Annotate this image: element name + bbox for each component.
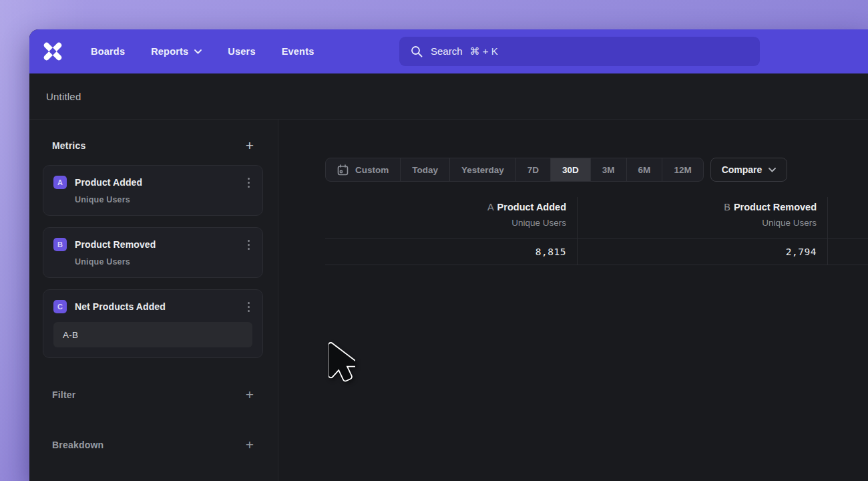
formula-input[interactable]: A-B	[53, 322, 252, 347]
report-header: Untitled	[29, 73, 868, 120]
chevron-down-icon	[769, 168, 776, 172]
range-6m[interactable]: 6M	[626, 158, 662, 181]
metric-name: Product Removed	[75, 239, 156, 250]
sidebar: Metrics + A Product Added Unique Users B…	[29, 120, 278, 481]
metric-card-head: B Product Removed	[53, 238, 252, 251]
metric-name: Net Products Added	[75, 301, 166, 312]
date-toolbar: Custom Today Yesterday 7D 30D 3M 6M 12M …	[325, 158, 787, 182]
table-header-row: AProduct Added Unique Users BProduct Rem…	[325, 197, 868, 238]
table-header-col-b: BProduct Removed Unique Users	[578, 197, 828, 238]
metric-badge-b: B	[53, 238, 67, 251]
search-placeholder: Search ⌘ + K	[431, 45, 498, 57]
kebab-menu-icon[interactable]	[245, 176, 252, 189]
table-cell-a[interactable]: 8,815	[325, 238, 578, 265]
column-title: AProduct Added	[325, 202, 566, 212]
main-content: Custom Today Yesterday 7D 30D 3M 6M 12M …	[278, 120, 868, 481]
filter-section: Filter +	[52, 389, 254, 401]
top-nav: Boards Reports Users Events Search ⌘ + K	[29, 29, 868, 73]
filter-label: Filter	[52, 389, 75, 400]
app-logo-icon[interactable]	[43, 41, 63, 61]
nav-item-users[interactable]: Users	[228, 46, 255, 57]
metric-value-b: 2,794	[786, 247, 817, 257]
metrics-label: Metrics	[52, 140, 85, 151]
add-metric-button[interactable]: +	[246, 140, 254, 152]
table-value-row: 8,815 2,794	[325, 238, 868, 265]
column-prefix: A	[487, 202, 494, 212]
metric-card-head: C Net Products Added	[53, 300, 252, 313]
table-cell-empty	[828, 238, 868, 265]
metrics-header: Metrics +	[52, 140, 254, 152]
search-icon	[411, 45, 423, 57]
column-subtitle: Unique Users	[578, 218, 817, 228]
metric-name: Product Added	[75, 177, 142, 188]
metric-value-a: 8,815	[535, 247, 566, 257]
metric-card-b[interactable]: B Product Removed Unique Users	[43, 227, 263, 278]
date-range-picker: Custom Today Yesterday 7D 30D 3M 6M 12M	[325, 158, 704, 182]
kebab-menu-icon[interactable]	[245, 238, 252, 251]
report-title[interactable]: Untitled	[46, 91, 81, 102]
chevron-down-icon	[194, 49, 202, 54]
search-shortcut: ⌘ + K	[470, 45, 498, 57]
table-cell-b[interactable]: 2,794	[578, 238, 828, 265]
nav-items: Boards Reports Users Events	[91, 46, 314, 57]
metric-subtitle[interactable]: Unique Users	[75, 195, 252, 204]
column-subtitle: Unique Users	[325, 218, 566, 228]
nav-item-events[interactable]: Events	[282, 46, 314, 57]
column-prefix: B	[724, 202, 730, 212]
results-table: AProduct Added Unique Users BProduct Rem…	[325, 197, 868, 265]
column-metric-name: Product Added	[497, 202, 566, 212]
column-title: BProduct Removed	[578, 202, 817, 212]
calendar-icon	[337, 164, 349, 176]
metric-card-head: A Product Added	[53, 176, 252, 189]
compare-button[interactable]: Compare	[710, 158, 788, 182]
compare-label: Compare	[722, 164, 763, 175]
range-custom[interactable]: Custom	[326, 158, 400, 181]
add-filter-button[interactable]: +	[246, 389, 254, 401]
mouse-cursor-icon	[329, 341, 355, 382]
metric-badge-a: A	[53, 176, 67, 189]
range-today[interactable]: Today	[400, 158, 449, 181]
nav-item-boards[interactable]: Boards	[91, 46, 125, 57]
app-window: Boards Reports Users Events Search ⌘ + K…	[29, 29, 868, 481]
range-3m[interactable]: 3M	[590, 158, 626, 181]
app-body: Metrics + A Product Added Unique Users B…	[29, 120, 868, 481]
breakdown-section: Breakdown +	[52, 439, 254, 451]
kebab-menu-icon[interactable]	[245, 301, 252, 313]
range-12m[interactable]: 12M	[662, 158, 702, 181]
metric-subtitle[interactable]: Unique Users	[75, 257, 252, 267]
range-30d-selected[interactable]: 30D	[550, 158, 590, 181]
metric-badge-c: C	[53, 300, 67, 313]
add-breakdown-button[interactable]: +	[246, 439, 254, 451]
range-yesterday[interactable]: Yesterday	[449, 158, 515, 181]
search-input[interactable]: Search ⌘ + K	[399, 37, 760, 66]
column-metric-name: Product Removed	[734, 202, 817, 212]
table-header-col-empty	[828, 197, 868, 238]
metric-card-c[interactable]: C Net Products Added A-B	[43, 289, 263, 358]
metric-card-a[interactable]: A Product Added Unique Users	[43, 165, 263, 216]
range-7d[interactable]: 7D	[515, 158, 550, 181]
range-custom-label: Custom	[355, 165, 389, 175]
search-placeholder-text: Search	[431, 45, 463, 57]
table-header-col-a: AProduct Added Unique Users	[325, 197, 578, 238]
breakdown-label: Breakdown	[52, 440, 103, 450]
nav-item-reports-label: Reports	[151, 46, 188, 57]
nav-item-reports[interactable]: Reports	[151, 46, 202, 57]
